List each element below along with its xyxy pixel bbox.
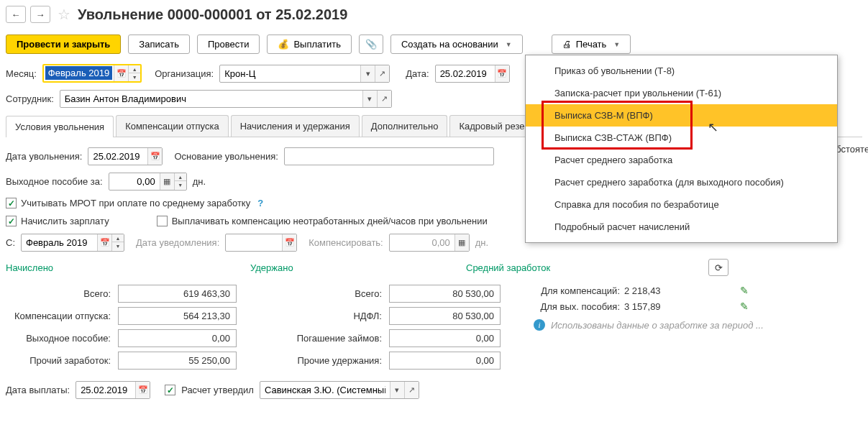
chevron-down-icon: ▼ — [506, 41, 512, 48]
employee-input[interactable]: ▾ ↗ — [60, 90, 392, 108]
info-period-text: Использованы данные о заработке за перио… — [551, 320, 764, 331]
approved-label: Расчет утвердил — [181, 385, 254, 395]
basis-input[interactable] — [284, 147, 494, 165]
spin-up[interactable]: ▲ — [129, 65, 140, 73]
basis-label: Основание увольнения: — [174, 151, 278, 162]
fire-date-label: Дата увольнения: — [6, 151, 82, 162]
ndfl-label: НДФЛ: — [291, 311, 385, 321]
submit-and-close-button[interactable]: Провести и закрыть — [6, 35, 121, 54]
print-menu-item[interactable]: Выписка СЗВ-СТАЖ (ВПФ) — [526, 127, 837, 149]
from-input[interactable]: 📅 ▲▼ — [21, 234, 124, 252]
dropdown-icon[interactable]: ▾ — [362, 91, 377, 107]
avg-grid: Для компенсаций: 2 218,43 ✎ Для вых. пос… — [534, 285, 764, 370]
help-icon[interactable]: ? — [257, 198, 263, 208]
payment-date-label: Дата выплаты: — [6, 385, 70, 395]
tab-additional[interactable]: Дополнительно — [362, 115, 448, 137]
withheld-total-value: 80 530,00 — [389, 285, 501, 303]
month-label: Месяц: — [6, 68, 37, 79]
tab-vacation-comp[interactable]: Компенсации отпуска — [116, 115, 229, 137]
org-input[interactable]: ▾ ↗ — [219, 65, 390, 83]
print-menu-item[interactable]: Подробный расчет начислений — [526, 216, 837, 238]
paycomp-checkbox[interactable] — [157, 216, 168, 226]
attachment-button[interactable]: 📎 — [359, 35, 383, 54]
total-accrued-value: 619 463,30 — [118, 285, 237, 303]
chevron-down-icon: ▼ — [613, 41, 620, 48]
mrot-checkbox[interactable]: ✓ — [6, 198, 17, 208]
submit-button[interactable]: Провести — [197, 35, 260, 54]
nav-forward-button[interactable]: → — [30, 6, 50, 23]
print-dropdown-menu: Приказ об увольнении (Т-8) Записка-расче… — [525, 55, 838, 243]
print-menu-item[interactable]: Справка для пособия по безработице — [526, 193, 837, 216]
severance-total-value: 0,00 — [118, 329, 237, 347]
refresh-button[interactable]: ⟳ — [708, 259, 728, 276]
loan-label: Погашение займов: — [291, 333, 385, 344]
approved-checkbox[interactable]: ✓ — [165, 385, 175, 395]
pencil-icon[interactable]: ✎ — [740, 301, 749, 312]
spin-down[interactable]: ▼ — [129, 73, 140, 81]
spin-down[interactable]: ▼ — [112, 242, 124, 250]
approved-by-input[interactable]: ▾ ↗ — [260, 381, 419, 399]
for-comp-label: Для компенсаций: — [534, 285, 620, 296]
dropdown-icon[interactable]: ▾ — [360, 65, 375, 82]
other-withhold-value: 0,00 — [389, 352, 501, 370]
calendar-icon[interactable]: 📅 — [114, 65, 128, 81]
compensate-label: Компенсировать: — [309, 237, 383, 248]
notice-date-label: Дата уведомления: — [136, 237, 219, 248]
compensate-input[interactable]: ▦ — [389, 234, 470, 252]
nav-back-button[interactable]: ← — [6, 6, 26, 23]
info-icon: i — [534, 319, 545, 331]
calendar-icon[interactable]: 📅 — [495, 65, 509, 82]
date-label: Дата: — [406, 68, 429, 79]
printer-icon: 🖨 — [562, 39, 572, 50]
calendar-icon[interactable]: 📅 — [135, 382, 150, 398]
wallet-icon: 💰 — [278, 39, 289, 50]
calculator-icon[interactable]: ▦ — [160, 173, 174, 190]
print-menu-item[interactable]: Расчет среднего заработка — [526, 149, 837, 171]
calendar-icon[interactable]: 📅 — [147, 148, 162, 165]
mrot-label: Учитывать МРОТ при оплате по среднему за… — [21, 198, 250, 208]
dropdown-icon[interactable]: ▾ — [390, 382, 404, 398]
withheld-grid: Всего: 80 530,00 НДФЛ: 80 530,00 Погашен… — [291, 285, 512, 370]
print-menu-item[interactable]: Приказ об увольнении (Т-8) — [526, 60, 837, 82]
calendar-icon[interactable]: 📅 — [282, 234, 296, 251]
create-based-on-button[interactable]: Создать на основании▼ — [390, 35, 523, 54]
total-label: Всего: — [6, 288, 114, 299]
notice-date-input[interactable]: 📅 — [225, 234, 297, 252]
print-button[interactable]: 🖨Печать▼ — [552, 35, 631, 54]
tab-accruals[interactable]: Начисления и удержания — [231, 115, 360, 137]
tab-conditions[interactable]: Условия увольнения — [6, 116, 114, 137]
print-menu-item[interactable]: Записка-расчет при увольнении (Т-61) — [526, 82, 837, 104]
favorite-star-icon[interactable]: ☆ — [58, 6, 70, 23]
spin-up[interactable]: ▲ — [175, 173, 186, 181]
calculator-icon[interactable]: ▦ — [454, 234, 469, 251]
loan-value: 0,00 — [389, 329, 501, 347]
payment-date-input[interactable]: 📅 — [76, 381, 150, 399]
print-menu-item-highlighted[interactable]: Выписка СЗВ-М (ВПФ) — [526, 104, 837, 127]
open-ref-icon[interactable]: ↗ — [404, 382, 419, 398]
pay-button[interactable]: 💰Выплатить — [267, 35, 352, 54]
date-input[interactable]: 📅 — [435, 65, 510, 83]
month-input[interactable]: Февраль 2019 📅 ▲▼ — [42, 64, 142, 83]
open-ref-icon[interactable]: ↗ — [377, 91, 391, 107]
spin-up[interactable]: ▲ — [112, 234, 124, 242]
severance-input[interactable]: ▦ ▲▼ — [109, 173, 187, 191]
other-income-label: Прочий заработок: — [6, 355, 114, 366]
other-withhold-label: Прочие удержания: — [291, 355, 385, 366]
severance-label: Выходное пособие за: — [6, 176, 103, 187]
severance-total-label: Выходное пособие: — [6, 333, 114, 344]
other-income-value: 55 250,00 — [118, 352, 237, 370]
accrue-checkbox[interactable]: ✓ — [6, 216, 17, 226]
spin-down[interactable]: ▼ — [175, 181, 186, 189]
for-sev-label: Для вых. пособия: — [534, 301, 620, 312]
accrue-label: Начислить зарплату — [21, 216, 109, 226]
calendar-icon[interactable]: 📅 — [97, 234, 111, 251]
pencil-icon[interactable]: ✎ — [740, 285, 749, 296]
comp-label: Компенсации отпуска: — [6, 311, 114, 321]
save-button[interactable]: Записать — [128, 35, 190, 54]
open-ref-icon[interactable]: ↗ — [375, 65, 389, 82]
severance-unit: дн. — [193, 176, 206, 187]
accrued-title: Начислено — [6, 262, 221, 273]
fire-date-input[interactable]: 📅 — [88, 147, 163, 165]
page-title: Увольнение 0000-000001 от 25.02.2019 — [78, 6, 347, 23]
print-menu-item[interactable]: Расчет среднего заработка (для выходного… — [526, 171, 837, 193]
